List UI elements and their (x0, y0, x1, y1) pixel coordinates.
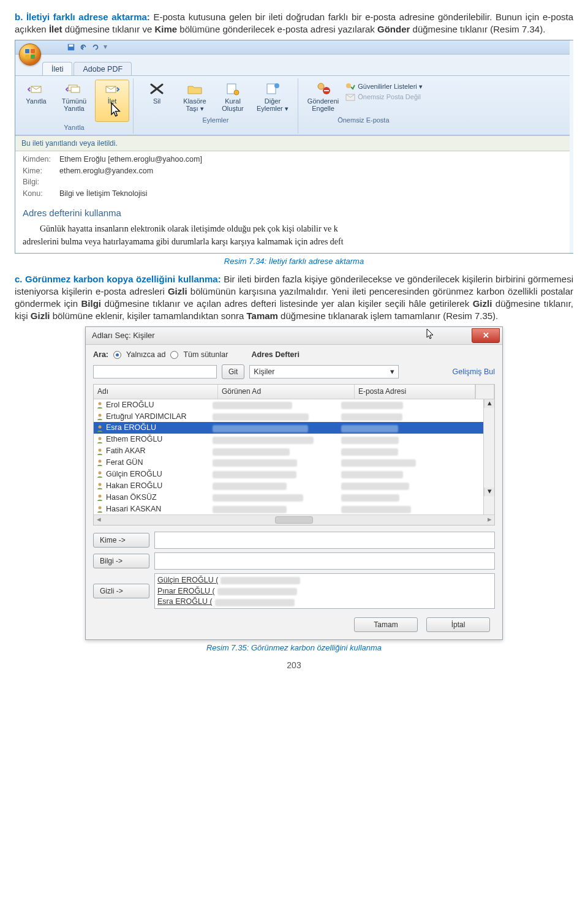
person-icon (96, 470, 104, 478)
svg-rect-3 (31, 55, 35, 59)
dialog-footer: Tamam İptal (86, 614, 502, 639)
ok-button[interactable]: Tamam (354, 617, 418, 632)
list-item[interactable]: Ethem EROĞLU (94, 434, 483, 445)
person-icon (96, 401, 104, 409)
forward-button[interactable]: İlet (95, 80, 129, 121)
safe-lists-button[interactable]: Güvenilirler Listeleri ▾ (345, 82, 423, 91)
reply-all-button[interactable]: Tümünü Yanıtla (57, 80, 91, 121)
cancel-button[interactable]: İptal (426, 617, 490, 632)
radio-name-only[interactable] (113, 351, 121, 359)
person-icon (96, 413, 104, 420)
person-icon (96, 459, 104, 466)
close-button[interactable]: ✕ (472, 328, 500, 343)
kw-ilet: İlet (49, 24, 62, 34)
to-box[interactable] (154, 532, 495, 549)
tab-adobe[interactable]: Adobe PDF (74, 62, 132, 76)
move-folder-button[interactable]: Klasöre Taşı ▾ (178, 80, 212, 114)
scroll-thumb[interactable] (275, 516, 313, 524)
svg-rect-1 (31, 49, 35, 53)
pb-t4: düğmesine tıklanır (Resim 7.34). (413, 24, 546, 34)
other-actions-button[interactable]: Diğer Eylemler ▾ (254, 80, 292, 114)
person-icon (96, 424, 104, 432)
go-button[interactable]: Git (222, 364, 244, 379)
delete-label: Sil (153, 97, 160, 105)
cc-box[interactable] (154, 552, 495, 570)
ara-label: Ara: (93, 350, 108, 360)
create-rule-button[interactable]: Kural Oluştur (216, 80, 250, 114)
radio-name-only-label: Yalnızca ad (126, 350, 165, 360)
block-sender-button[interactable]: Göndereni Engelle (304, 80, 342, 114)
svg-point-23 (99, 448, 102, 451)
msg-info: Bu ileti yanıtlandı veya iletildi. (15, 135, 573, 151)
svg-point-25 (99, 472, 102, 475)
search-input[interactable] (93, 365, 217, 379)
col-email[interactable]: E-posta Adresi (355, 385, 475, 398)
person-icon (96, 505, 104, 513)
list-item[interactable]: Ferat GÜN (94, 457, 483, 469)
list-item[interactable]: Erol EROĞLU (94, 399, 483, 411)
list-body[interactable]: Erol EROĞLUErtuğrul YARDIMCILAREsra EROĞ… (94, 399, 494, 514)
heading-b: b. İletiyi farklı adrese aktarma: (15, 12, 150, 22)
to-value: ethem.eroglu@yandex.com (59, 166, 153, 176)
message-headers: Kimden:Ethem Eroğlu [ethem.eroglu@yahoo.… (15, 151, 573, 204)
svg-rect-16 (324, 90, 329, 91)
group-yanitla-label: Yanıtla (64, 123, 84, 132)
subject-label: Konu: (23, 189, 59, 199)
horizontal-scrollbar[interactable]: ◂ ▸ (94, 514, 494, 525)
redo-icon[interactable] (91, 43, 100, 51)
radio-all-cols[interactable] (170, 351, 178, 359)
svg-point-24 (99, 460, 102, 463)
book-select[interactable]: Kişiler▾ (249, 365, 399, 379)
bcc-box[interactable]: Gülçin EROĞLU (Pınar EROĞLU (Esra EROĞLU… (154, 573, 495, 609)
cursor-icon (108, 102, 125, 119)
reply-label: Yanıtla (26, 97, 46, 105)
titlebar: ▾ (15, 40, 573, 55)
list-item[interactable]: Hasari KASKAN (94, 503, 483, 514)
svg-rect-8 (71, 87, 80, 92)
kw-gizli-3: Gizli (31, 311, 50, 321)
bcc-button[interactable]: Gizli -> (93, 584, 149, 598)
outlook-screenshot: ▾ İleti Adobe PDF Yanıtla Tümünü Yanıtla… (15, 40, 573, 254)
advanced-find-link[interactable]: Gelişmiş Bul (453, 367, 495, 377)
cc-button[interactable]: Bilgi -> (93, 554, 149, 568)
recipients-area: Kime -> Bilgi -> Gizli -> Gülçin EROĞLU … (86, 528, 502, 614)
svg-point-22 (99, 437, 102, 440)
list-item[interactable]: Hakan EROĞLU (94, 480, 483, 492)
to-label: Kime: (23, 166, 59, 176)
subject-value: Bilgi ve İletişim Teknolojisi (59, 189, 148, 199)
col-display[interactable]: Görünen Ad (218, 385, 355, 398)
tab-ileti[interactable]: İleti (42, 62, 72, 76)
other-actions-label: Diğer Eylemler ▾ (257, 97, 288, 112)
pb-t2: düğmesine tıklanır ve (65, 24, 155, 34)
cc-label: Bilgi: (23, 177, 59, 187)
list-item[interactable]: Gülçin EROĞLU (94, 469, 483, 480)
not-junk-button[interactable]: Önemsiz Posta Değil (345, 92, 423, 102)
caption-734: Resim 7.34: İletiyi farklı adrese aktarm… (15, 256, 573, 267)
kw-gizli-2: Gizli (473, 298, 492, 309)
scroll-col-head (475, 385, 494, 398)
undo-icon[interactable] (79, 43, 88, 51)
reply-button[interactable]: Yanıtla (19, 80, 53, 121)
move-folder-label: Klasöre Taşı ▾ (183, 97, 206, 112)
svg-point-28 (99, 506, 102, 509)
delete-button[interactable]: Sil (140, 80, 174, 114)
group-onemsiz-label: Önemsiz E-posta (337, 116, 389, 125)
caption-735: Resim 7.35: Görünmez karbon özelliğini k… (15, 642, 573, 654)
safe-lists-label: Güvenilirler Listeleri ▾ (358, 82, 423, 91)
col-name[interactable]: Adı (94, 385, 218, 398)
quick-access-toolbar: ▾ (67, 42, 107, 51)
kw-kime: Kime (154, 24, 177, 34)
vertical-scrollbar[interactable]: ▴▾ (483, 399, 494, 514)
office-button[interactable] (19, 43, 41, 66)
list-item[interactable]: Hasan ÖKSÜZ (94, 492, 483, 503)
save-icon[interactable] (67, 43, 75, 51)
message-body: Adres defterini kullanma Günlük hayatta … (15, 203, 573, 253)
to-button[interactable]: Kime -> (93, 533, 149, 548)
from-value: Ethem Eroğlu [ethem.eroglu@yahoo.com] (59, 154, 202, 165)
list-item[interactable]: Fatih AKAR (94, 445, 483, 457)
list-item[interactable]: Ertuğrul YARDIMCILAR (94, 411, 483, 423)
list-item[interactable]: Esra EROĞLU (94, 422, 483, 434)
page-number: 203 (15, 660, 573, 671)
body-line-2: adreslerini bulma veya hatırlayamama gib… (23, 236, 565, 248)
paragraph-c: c. Görünmez karbon kopya özelliğini kull… (15, 273, 573, 323)
